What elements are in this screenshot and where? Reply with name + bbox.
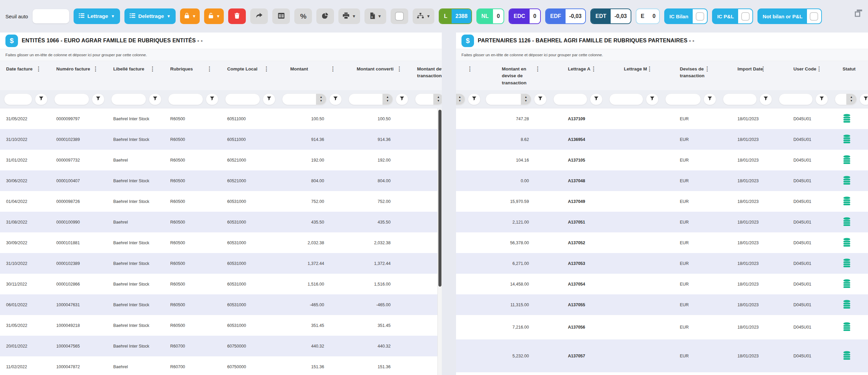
column-header-montant-en-devise-de-transaction[interactable]: Montant en devise de transaction⋮ — [481, 61, 549, 90]
filter-funnel-button[interactable] — [92, 93, 104, 105]
number-spinner-icon[interactable]: ▲▼ — [382, 94, 393, 105]
badge-nl[interactable]: NL0 — [476, 8, 504, 24]
table-row[interactable]: 06/01/20221000047631Baehrel Inter StockR… — [0, 294, 442, 315]
checkbox-icon[interactable] — [810, 12, 818, 21]
export-excel-button[interactable]: x ▼ — [364, 8, 386, 24]
checkbox-icon[interactable] — [741, 12, 750, 21]
filter-funnel-button[interactable] — [468, 93, 480, 105]
group-drop-zone[interactable]: Faites glisser un en-tête de colonne et … — [0, 49, 442, 61]
filter-funnel-button[interactable] — [534, 93, 547, 105]
filter-funnel-button[interactable] — [860, 93, 868, 105]
column-header-import-date[interactable]: Import Date⋮ — [719, 61, 775, 90]
filter-funnel-button[interactable] — [590, 93, 603, 105]
column-menu-icon[interactable]: ⋮ — [467, 65, 473, 74]
table-row[interactable]: 31/01/20220000097732BaehrelR605006052100… — [0, 150, 442, 170]
filter-input[interactable] — [225, 93, 260, 105]
badge-l[interactable]: L2388 — [439, 8, 472, 24]
filter-input[interactable] — [111, 93, 146, 105]
delete-button[interactable] — [228, 8, 246, 24]
table-row[interactable]: 30/06/20220000100407Baehrel Inter StockR… — [0, 170, 442, 191]
number-spinner-icon[interactable]: ▲▼ — [846, 94, 856, 105]
column-header-lettrage-a[interactable]: Lettrage A⋮ — [549, 61, 605, 90]
column-header-rubriques[interactable]: Rubriques⋮ — [164, 61, 221, 90]
table-row[interactable]: 30/09/20220000101881Baehrel Inter StockR… — [0, 232, 442, 253]
checkbox-icon[interactable] — [696, 12, 704, 21]
table-row[interactable]: 31/08/20220000100990BaehrelR605006053100… — [0, 212, 442, 232]
column-header-col-0[interactable]: ⋮ — [456, 61, 481, 90]
column-header-statut[interactable]: Statut — [831, 61, 868, 90]
filter-input[interactable]: ▲▼ — [835, 93, 857, 105]
filter-input[interactable]: ▲▼ — [349, 93, 393, 105]
filter-funnel-button[interactable] — [646, 93, 658, 105]
table-row[interactable]: 20/01/20221000047565Baehrel Inter StockR… — [0, 336, 442, 356]
filter-funnel-button[interactable] — [329, 93, 342, 105]
table-row[interactable]: 0.00A137048EUR18/01/2023D045U01 — [456, 170, 868, 191]
window-restore-icon[interactable] — [854, 9, 863, 19]
table-row[interactable]: 5,232.00A137057EUR18/01/2023D045U01 — [456, 339, 868, 372]
table-row[interactable]: 7,216.00A137056EUR18/01/2023D045U01 — [456, 315, 868, 339]
filter-input[interactable]: ▲▼ — [415, 93, 442, 105]
number-spinner-icon[interactable]: ▲▼ — [433, 94, 442, 105]
filter-funnel-button[interactable] — [760, 93, 772, 105]
column-menu-icon[interactable]: ⋮ — [647, 65, 652, 74]
filter-funnel-button[interactable] — [206, 93, 218, 105]
table-row[interactable]: 30/11/20220000102866Baehrel Inter StockR… — [0, 274, 442, 294]
table-row[interactable]: 01/04/20220000098726Baehrel Inter StockR… — [0, 191, 442, 212]
group-drop-zone[interactable]: Faites glisser un en-tête de colonne et … — [456, 49, 868, 61]
select-all-checkbox-button[interactable] — [391, 8, 408, 24]
table-row[interactable]: 11/02/20221000047872BaehrelR607006075000… — [0, 356, 442, 375]
filter-input[interactable] — [723, 93, 757, 105]
seuil-auto-input[interactable] — [33, 9, 69, 23]
table-row[interactable]: 31/10/20220000102389Baehrel Inter StockR… — [0, 253, 442, 274]
table-row[interactable]: 15,970.59A137049EUR18/01/2023D045U01 — [456, 191, 868, 212]
table-row[interactable]: 747.28A137109EUR18/01/2023D045U01 — [456, 108, 868, 129]
filter-input[interactable] — [779, 93, 813, 105]
filter-input[interactable]: ▲▼ — [486, 93, 531, 105]
table-row[interactable]: 56,378.00A137052EUR18/01/2023D045U01 — [456, 232, 868, 253]
column-menu-icon[interactable]: ⋮ — [206, 65, 212, 74]
filter-input[interactable] — [553, 93, 587, 105]
column-menu-icon[interactable]: ⋮ — [263, 65, 269, 74]
badge-edc[interactable]: EDC0 — [509, 8, 541, 24]
column-menu-icon[interactable]: ⋮ — [330, 65, 336, 74]
scrollbar-thumb[interactable] — [438, 110, 441, 287]
column-header-lettrage-m[interactable]: Lettrage M⋮ — [605, 61, 661, 90]
hierarchy-button[interactable]: ▼ — [413, 8, 434, 24]
percent-button[interactable]: % — [294, 8, 312, 24]
table-row[interactable]: 31/05/20221000049218Baehrel Inter StockR… — [0, 315, 442, 336]
table-row[interactable]: 14,458.00A137054EUR18/01/2023D045U01 — [456, 274, 868, 294]
column-menu-icon[interactable]: ⋮ — [150, 65, 155, 74]
filter-funnel-button[interactable] — [149, 93, 161, 105]
column-menu-icon[interactable]: ⋮ — [396, 65, 402, 74]
table-row[interactable]: 31/10/20220000102389Baehrel Inter StockR… — [0, 129, 442, 150]
badge-e[interactable]: E0 — [636, 8, 660, 24]
table-row[interactable]: 6,271.00A137053EUR18/01/2023D045U01 — [456, 253, 868, 274]
toggle-not-bilan-or-p-l[interactable]: Not bilan or P&L — [757, 8, 822, 24]
column-menu-icon[interactable]: ⋮ — [535, 65, 540, 74]
number-spinner-icon[interactable]: ▲▼ — [316, 94, 326, 105]
column-header-montant[interactable]: Montant⋮ — [278, 61, 344, 90]
column-header-libell-facture[interactable]: Libellé facture⋮ — [107, 61, 164, 90]
filter-funnel-button[interactable] — [815, 93, 828, 105]
filter-input[interactable]: ▲▼ — [456, 93, 465, 105]
toggle-ic-p-l[interactable]: IC P&L — [712, 8, 753, 24]
badge-edf[interactable]: EDF-0,03 — [545, 8, 586, 24]
vertical-scrollbar[interactable] — [437, 108, 442, 375]
filter-input[interactable] — [4, 93, 32, 105]
table-button[interactable] — [272, 8, 290, 24]
number-spinner-icon[interactable]: ▲▼ — [456, 94, 465, 105]
filter-funnel-button[interactable] — [263, 93, 275, 105]
column-header-num-ro-facture[interactable]: Numéro facture⋮ — [50, 61, 107, 90]
filter-funnel-button[interactable] — [396, 93, 408, 105]
unlock-button[interactable]: ▼ — [204, 8, 224, 24]
column-header-montant-devise-transaction[interactable]: Montant devise transaction⋮ — [411, 61, 442, 90]
table-row[interactable]: 11,315.00A137055EUR18/01/2023D045U01 — [456, 294, 868, 315]
column-header-devises-de-transaction[interactable]: Devises de transaction⋮ — [661, 61, 719, 90]
lock-button[interactable]: ▼ — [180, 8, 200, 24]
pie-chart-button[interactable] — [316, 8, 334, 24]
print-button[interactable]: ▼ — [338, 8, 360, 24]
lettrage-button[interactable]: Lettrage ▼ — [74, 8, 120, 24]
number-spinner-icon[interactable]: ▲▼ — [521, 94, 531, 105]
table-row[interactable]: 31/05/20220000099797Baehrel Inter StockR… — [0, 108, 442, 129]
redo-button[interactable] — [250, 8, 268, 24]
